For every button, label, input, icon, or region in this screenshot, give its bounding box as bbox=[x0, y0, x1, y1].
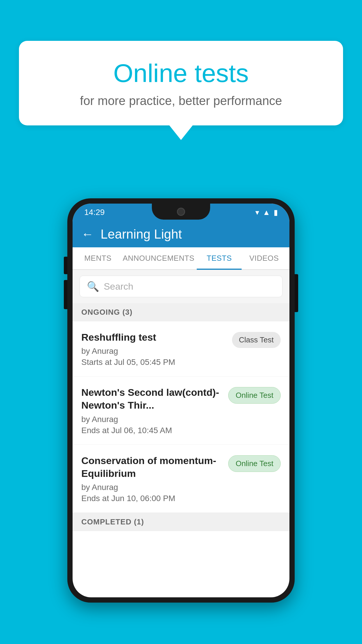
bubble-title: Online tests bbox=[42, 58, 320, 88]
battery-icon: ▮ bbox=[274, 208, 278, 217]
phone-vol-up-button bbox=[64, 257, 67, 274]
search-icon: 🔍 bbox=[87, 281, 99, 292]
bubble-subtitle: for more practice, better performance bbox=[42, 94, 320, 108]
test-item-content: Reshuffling test by Anurag Starts at Jul… bbox=[81, 331, 226, 367]
test-title: Reshuffling test bbox=[81, 331, 226, 344]
test-item[interactable]: Reshuffling test by Anurag Starts at Jul… bbox=[73, 321, 289, 377]
speech-bubble-box: Online tests for more practice, better p… bbox=[19, 41, 343, 125]
phone-screen: 14:29 ▾ ▲ ▮ ← Learning Light MENTS ANNOU… bbox=[73, 204, 289, 597]
test-time: Starts at Jul 05, 05:45 PM bbox=[81, 358, 226, 367]
phone-outer-shell: 14:29 ▾ ▲ ▮ ← Learning Light MENTS ANNOU… bbox=[67, 198, 295, 603]
back-arrow-icon[interactable]: ← bbox=[81, 227, 94, 241]
test-item[interactable]: Conservation of momentum-Equilibrium by … bbox=[73, 445, 289, 513]
test-item-content: Conservation of momentum-Equilibrium by … bbox=[81, 454, 222, 503]
tab-announcements[interactable]: ANNOUNCEMENTS bbox=[120, 247, 197, 269]
app-bar: ← Learning Light bbox=[73, 221, 289, 247]
completed-section-header: COMPLETED (1) bbox=[73, 513, 289, 531]
wifi-icon: ▾ bbox=[255, 208, 259, 217]
phone-power-button bbox=[295, 274, 298, 312]
search-container: 🔍 Search bbox=[73, 270, 289, 303]
ongoing-section-header: ONGOING (3) bbox=[73, 303, 289, 321]
search-input-wrapper[interactable]: 🔍 Search bbox=[80, 276, 282, 297]
test-item-content: Newton's Second law(contd)-Newton's Thir… bbox=[81, 386, 222, 435]
phone-mockup: 14:29 ▾ ▲ ▮ ← Learning Light MENTS ANNOU… bbox=[67, 198, 295, 603]
test-title: Conservation of momentum-Equilibrium bbox=[81, 454, 222, 480]
test-time: Ends at Jun 10, 06:00 PM bbox=[81, 494, 222, 503]
app-bar-title: Learning Light bbox=[101, 227, 182, 242]
promo-speech-bubble: Online tests for more practice, better p… bbox=[19, 41, 343, 140]
phone-vol-down-button bbox=[64, 280, 67, 309]
front-camera bbox=[177, 208, 185, 216]
signal-icon: ▲ bbox=[263, 208, 270, 217]
test-badge-online-2: Online Test bbox=[228, 455, 281, 472]
tab-videos[interactable]: VIDEOS bbox=[242, 247, 287, 269]
test-author: by Anurag bbox=[81, 483, 222, 492]
test-item[interactable]: Newton's Second law(contd)-Newton's Thir… bbox=[73, 377, 289, 444]
tab-tests[interactable]: TESTS bbox=[197, 247, 242, 269]
bubble-arrow bbox=[169, 125, 193, 140]
phone-notch bbox=[152, 204, 210, 220]
test-author: by Anurag bbox=[81, 415, 222, 424]
test-title: Newton's Second law(contd)-Newton's Thir… bbox=[81, 386, 222, 412]
tabs-container: MENTS ANNOUNCEMENTS TESTS VIDEOS bbox=[73, 247, 289, 270]
test-time: Ends at Jul 06, 10:45 AM bbox=[81, 426, 222, 435]
test-badge-online: Online Test bbox=[228, 387, 281, 404]
test-author: by Anurag bbox=[81, 346, 226, 356]
status-time: 14:29 bbox=[84, 208, 105, 217]
search-placeholder: Search bbox=[104, 281, 133, 292]
test-badge-class: Class Test bbox=[232, 332, 281, 348]
status-icons: ▾ ▲ ▮ bbox=[255, 208, 278, 217]
tab-ments[interactable]: MENTS bbox=[75, 247, 120, 269]
